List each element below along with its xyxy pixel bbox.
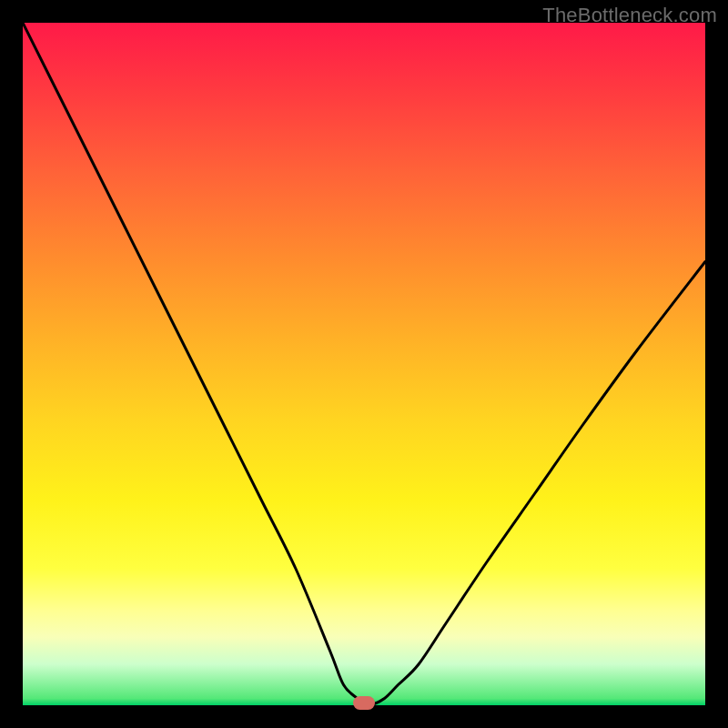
minimum-marker — [353, 696, 375, 710]
watermark-text: TheBottleneck.com — [542, 4, 717, 27]
bottleneck-curve — [23, 23, 705, 705]
chart-frame: TheBottleneck.com — [0, 0, 728, 728]
curve-path — [23, 23, 705, 705]
chart-plot-area — [23, 23, 705, 705]
